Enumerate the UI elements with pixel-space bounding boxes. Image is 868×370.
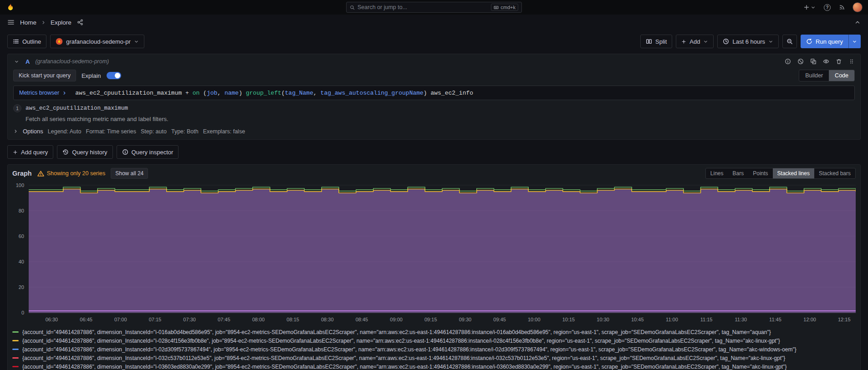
option-summary-item: Legend: Auto	[48, 128, 82, 135]
x-axis-label: 08:15	[286, 317, 299, 322]
stacked-area-chart[interactable]	[29, 182, 856, 315]
search-input[interactable]	[357, 4, 488, 10]
legend-series-color	[12, 357, 19, 359]
user-avatar[interactable]	[853, 2, 863, 12]
breadcrumb-separator-icon	[41, 20, 46, 25]
remove-query-button[interactable]	[836, 58, 842, 65]
x-axis-label: 08:30	[321, 317, 334, 322]
zoom-out-button[interactable]	[782, 35, 797, 48]
add-query-button[interactable]: Add query	[7, 145, 53, 159]
warning-triangle-icon	[37, 170, 44, 177]
menu-button[interactable]	[6, 18, 15, 27]
query-actions-row: Add query Query history Query inspector	[7, 145, 861, 159]
run-query-button[interactable]: Run query	[801, 35, 848, 48]
hamburger-icon	[7, 19, 15, 26]
x-axis-label: 10:00	[528, 317, 541, 322]
legend-item[interactable]: {account_id="494614287886", dimension_In…	[12, 336, 857, 345]
split-button[interactable]: Split	[640, 35, 672, 48]
x-axis-label: 11:00	[666, 317, 678, 322]
legend-item[interactable]: {account_id="494614287886", dimension_In…	[12, 328, 857, 336]
disable-query-button[interactable]	[797, 58, 804, 65]
duplicate-query-button[interactable]	[810, 58, 817, 65]
x-axis-label: 07:00	[114, 317, 127, 322]
x-axis-label: 11:15	[700, 317, 713, 322]
x-axis-label: 12:00	[803, 317, 816, 322]
metrics-browser-button[interactable]: Metrics browser	[14, 86, 72, 100]
hide-response-button[interactable]	[823, 58, 829, 65]
add-dropdown-button[interactable]: Add	[676, 35, 714, 48]
query-editor-body: Kick start your query Explain Builder Co…	[8, 69, 860, 139]
datasource-picker[interactable]: grafanacloud-sedemo-pr	[50, 35, 144, 48]
explore-page: Outline grafanacloud-sedemo-pr Split Add…	[0, 35, 868, 370]
show-all-series-button[interactable]: Show all 24	[111, 168, 148, 179]
explain-toggle[interactable]	[107, 72, 121, 79]
x-axis-label: 10:45	[631, 317, 644, 322]
outline-label: Outline	[22, 38, 41, 45]
graph-mode-bars[interactable]: Bars	[728, 168, 749, 178]
expression-token: )	[424, 90, 431, 96]
new-menu-button[interactable]	[802, 3, 817, 11]
share-icon	[77, 19, 83, 25]
collapse-query-button[interactable]	[13, 58, 20, 65]
query-inspector-button[interactable]: Query inspector	[117, 145, 179, 159]
graph-mode-lines[interactable]: Lines	[706, 168, 728, 178]
chevron-right-icon	[62, 91, 67, 96]
run-query-dropdown-button[interactable]	[848, 35, 861, 48]
options-label: Options	[23, 128, 43, 135]
query-options-row[interactable]: Options Legend: AutoFormat: Time seriesS…	[13, 127, 855, 135]
top-navigation-bar: cmd+k ?	[0, 0, 868, 15]
code-tab[interactable]: Code	[829, 70, 854, 81]
query-history-button[interactable]: Query history	[57, 145, 112, 159]
help-button[interactable]: ?	[823, 3, 832, 12]
query-ref-id[interactable]: A	[26, 58, 30, 65]
y-axis-label: 60	[19, 233, 24, 239]
query-help-button[interactable]	[785, 58, 791, 65]
eye-icon	[823, 58, 829, 65]
expression-token: job	[207, 90, 217, 96]
sync-icon	[806, 38, 812, 45]
x-axis-label: 08:00	[252, 317, 265, 322]
query-editor-toolbar: Kick start your query Explain Builder Co…	[13, 70, 855, 81]
ban-icon	[797, 58, 804, 65]
drag-query-handle[interactable]	[848, 58, 855, 65]
breadcrumb-home[interactable]: Home	[20, 19, 36, 26]
promql-expression-input[interactable]: aws_ec2_cpuutilization_maximum + on (job…	[72, 86, 854, 100]
expression-token: on	[193, 90, 200, 96]
legend-item[interactable]: {account_id="494614287886", dimension_In…	[12, 345, 857, 354]
plus-icon	[803, 4, 810, 10]
editor-mode-group: Builder Code	[799, 70, 855, 81]
graph-mode-points[interactable]: Points	[748, 168, 772, 178]
legend-series-label: {account_id="494614287886", dimension_In…	[22, 355, 785, 361]
builder-tab[interactable]: Builder	[799, 70, 829, 81]
split-icon	[646, 38, 652, 45]
x-axis-label: 07:30	[183, 317, 196, 322]
search-bar[interactable]: cmd+k	[346, 2, 522, 13]
run-query-split-button: Run query	[801, 35, 861, 48]
plot-region[interactable]	[29, 182, 856, 315]
explain-step-number: 1	[13, 104, 21, 112]
news-rss-button[interactable]	[838, 3, 846, 11]
graph-legend: {account_id="494614287886", dimension_In…	[12, 328, 857, 370]
time-range-picker[interactable]: Last 6 hours	[717, 35, 779, 48]
option-summary-item: Exemplars: false	[203, 128, 245, 135]
x-axis-label: 11:45	[769, 317, 781, 322]
collapse-top-button[interactable]	[853, 18, 862, 26]
chevron-up-icon	[854, 19, 861, 25]
share-shortlink-button[interactable]	[76, 18, 84, 26]
keyboard-icon	[494, 5, 499, 10]
graph-mode-stacked-bars[interactable]: Stacked bars	[814, 168, 855, 178]
graph-mode-stacked-lines[interactable]: Stacked lines	[773, 168, 814, 178]
history-icon	[62, 149, 69, 155]
y-axis-label: 80	[19, 208, 24, 213]
legend-item[interactable]: {account_id="494614287886", dimension_In…	[12, 362, 857, 370]
x-axis-label: 09:30	[459, 317, 472, 322]
legend-series-color	[12, 340, 19, 341]
outline-button[interactable]: Outline	[7, 35, 46, 48]
x-axis-label: 12:15	[838, 317, 851, 322]
x-axis-label: 07:15	[149, 317, 162, 322]
kick-start-button[interactable]: Kick start your query	[13, 70, 76, 81]
grafana-logo[interactable]	[5, 2, 15, 12]
legend-item[interactable]: {account_id="494614287886", dimension_In…	[12, 354, 857, 362]
x-axis-label: 10:15	[562, 317, 575, 322]
metrics-browser-label: Metrics browser	[19, 90, 59, 96]
